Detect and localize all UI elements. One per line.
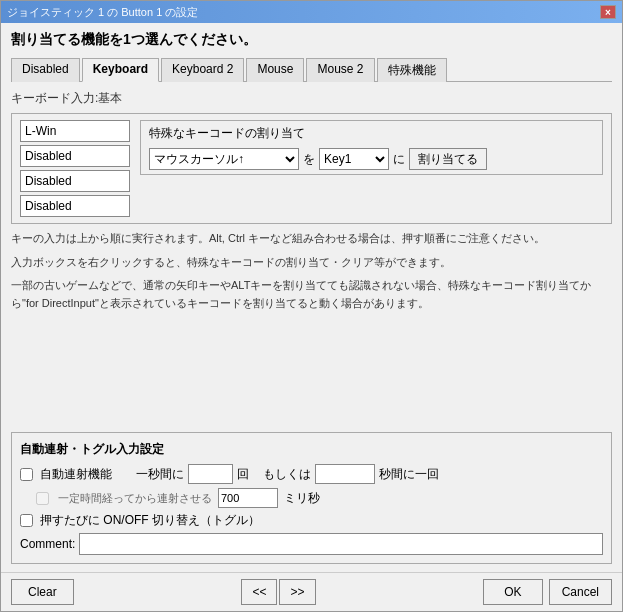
toggle-checkbox[interactable] xyxy=(20,514,33,527)
prev-button[interactable]: << xyxy=(241,579,277,605)
per-once-input[interactable] xyxy=(315,464,375,484)
ok-button[interactable]: OK xyxy=(483,579,542,605)
key-input-4[interactable] xyxy=(20,195,130,217)
close-button[interactable]: × xyxy=(600,5,616,19)
ok-cancel-buttons: OK Cancel xyxy=(483,579,612,605)
key-inputs-group xyxy=(20,120,130,217)
special-key-title: 特殊なキーコードの割り当て xyxy=(149,125,594,142)
comment-label: Comment: xyxy=(20,537,75,551)
window-title: ジョイスティック 1 の Button 1 の設定 xyxy=(7,5,198,20)
ms-label: ミリ秒 xyxy=(284,490,320,507)
wo-label: を xyxy=(303,151,315,168)
heading: 割り当てる機能を1つ選んでください。 xyxy=(11,31,612,49)
assign-button[interactable]: 割り当てる xyxy=(409,148,487,170)
tab-keyboard[interactable]: Keyboard xyxy=(82,58,159,82)
nav-buttons: << >> xyxy=(241,579,315,605)
key-input-2[interactable] xyxy=(20,145,130,167)
delayed-row: 一定時間経ってから連射させる ミリ秒 xyxy=(20,488,603,508)
info-text-1: キーの入力は上から順に実行されます。Alt, Ctrl キーなど組み合わせる場合… xyxy=(11,230,612,248)
tab-keyboard2[interactable]: Keyboard 2 xyxy=(161,58,244,82)
per-once-label: 秒間に一回 xyxy=(379,466,439,483)
times-label: 回 xyxy=(237,466,249,483)
or-label: もしくは xyxy=(263,466,311,483)
auto-fire-row: 自動連射機能 一秒間に 回 もしくは 秒間に一回 xyxy=(20,464,603,484)
special-key-box: 特殊なキーコードの割り当て マウスカーソル↑ を Key1 に 割り当てる xyxy=(140,120,603,175)
tab-disabled[interactable]: Disabled xyxy=(11,58,80,82)
ni-label: に xyxy=(393,151,405,168)
cancel-button[interactable]: Cancel xyxy=(549,579,612,605)
keyboard-section-label: キーボード入力:基本 xyxy=(11,90,612,107)
auto-fire-label: 自動連射機能 xyxy=(40,466,112,483)
key-select[interactable]: Key1 xyxy=(319,148,389,170)
special-key-row: マウスカーソル↑ を Key1 に 割り当てる xyxy=(149,148,594,170)
info-text-3: 一部の古いゲームなどで、通常の矢印キーやALTキーを割り当てても認識されない場合… xyxy=(11,277,612,312)
clear-button[interactable]: Clear xyxy=(11,579,74,605)
per-second-label: 一秒間に xyxy=(136,466,184,483)
key-input-3[interactable] xyxy=(20,170,130,192)
keyboard-section: 特殊なキーコードの割り当て マウスカーソル↑ を Key1 に 割り当てる xyxy=(11,113,612,224)
auto-section-title: 自動連射・トグル入力設定 xyxy=(20,441,603,458)
comment-row: Comment: xyxy=(20,533,603,555)
info-text-2: 入力ボックスを右クリックすると、特殊なキーコードの割り当て・クリア等ができます。 xyxy=(11,254,612,272)
next-button[interactable]: >> xyxy=(279,579,315,605)
key-input-1[interactable] xyxy=(20,120,130,142)
title-bar: ジョイスティック 1 の Button 1 の設定 × xyxy=(1,1,622,23)
toggle-row: 押すたびに ON/OFF 切り替え（トグル） xyxy=(20,512,603,529)
main-window: ジョイスティック 1 の Button 1 の設定 × 割り当てる機能を1つ選ん… xyxy=(0,0,623,612)
delay-input[interactable] xyxy=(218,488,278,508)
comment-input[interactable] xyxy=(79,533,603,555)
tab-special[interactable]: 特殊機能 xyxy=(377,58,447,82)
bottom-bar: Clear << >> OK Cancel xyxy=(1,572,622,611)
toggle-label: 押すたびに ON/OFF 切り替え（トグル） xyxy=(40,512,260,529)
delayed-checkbox[interactable] xyxy=(36,492,49,505)
special-key-dropdown[interactable]: マウスカーソル↑ xyxy=(149,148,299,170)
main-content: 割り当てる機能を1つ選んでください。 Disabled Keyboard Key… xyxy=(1,23,622,572)
auto-fire-checkbox[interactable] xyxy=(20,468,33,481)
auto-section: 自動連射・トグル入力設定 自動連射機能 一秒間に 回 もしくは 秒間に一回 一定… xyxy=(11,432,612,564)
tab-mouse2[interactable]: Mouse 2 xyxy=(306,58,374,82)
per-second-input[interactable] xyxy=(188,464,233,484)
tab-bar: Disabled Keyboard Keyboard 2 Mouse Mouse… xyxy=(11,57,612,82)
tab-mouse[interactable]: Mouse xyxy=(246,58,304,82)
delayed-label: 一定時間経ってから連射させる xyxy=(58,491,212,506)
